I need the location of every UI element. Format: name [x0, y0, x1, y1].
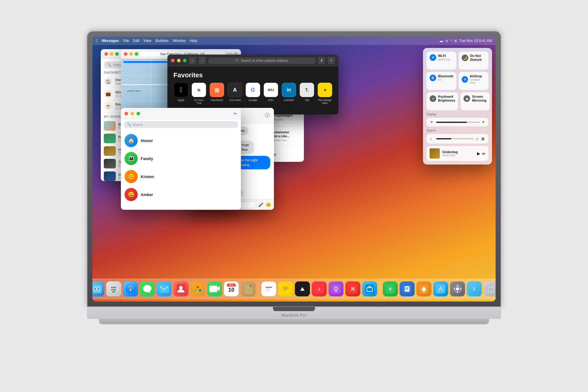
work-icon: 💼 — [104, 90, 112, 98]
bluetooth-title: Bluetooth — [438, 74, 453, 78]
svg-point-8 — [115, 287, 116, 288]
maximize-button[interactable] — [115, 52, 119, 56]
menu-view[interactable]: View — [144, 39, 152, 43]
fav-itsnice[interactable]: N It's Nice That — [191, 83, 206, 105]
fav-linkedin[interactable]: in LinkedIn — [281, 83, 296, 105]
msg-close[interactable] — [124, 112, 128, 115]
menu-help[interactable]: Help — [190, 39, 197, 43]
wifi-icon[interactable]: ⊜ — [446, 39, 448, 43]
home-info: Home! — [141, 138, 237, 143]
next-button[interactable]: ⏭ — [482, 152, 485, 155]
fav-acehotel[interactable]: A Ace Hotel — [227, 83, 242, 105]
dock-systempreferences[interactable] — [450, 281, 465, 296]
dock-news[interactable]: N — [345, 281, 360, 296]
dock-safari[interactable] — [123, 281, 138, 296]
safari-max[interactable] — [183, 59, 187, 62]
dock-notes[interactable] — [278, 281, 293, 296]
cc-keyboard-tile[interactable]: ☀ KeyboardBrightness — [427, 92, 458, 110]
dock-pages[interactable] — [400, 281, 415, 296]
safari-share[interactable]: ⬆ — [318, 57, 325, 64]
dock-messages[interactable] — [140, 281, 155, 296]
compose-icon[interactable]: ✏ — [234, 111, 237, 116]
album-art — [430, 148, 440, 159]
sound-slider[interactable]: ♪ ♫ ⊕ — [427, 134, 488, 144]
cc-dnd-tile[interactable]: 🌙 Do NotDisturb — [459, 52, 488, 70]
apple-menu-icon[interactable]:  — [96, 38, 98, 43]
screen:  Messages File Edit View Buddies Window… — [92, 37, 496, 301]
minimize-button[interactable] — [110, 52, 113, 56]
dock-launchpad[interactable] — [106, 281, 121, 296]
messages-search[interactable]: 🔍 Search — [124, 121, 238, 128]
dock-appstore[interactable]: A — [433, 281, 448, 296]
dock-trash[interactable] — [484, 281, 496, 296]
brightness-fill — [436, 122, 467, 123]
max-btn[interactable] — [135, 52, 138, 56]
svg-point-24 — [199, 289, 201, 292]
dock-facetime[interactable] — [207, 281, 222, 296]
close-btn[interactable] — [124, 52, 128, 56]
dock-screentime[interactable] — [362, 281, 377, 296]
dock-photos[interactable] — [190, 281, 205, 296]
contact-amber[interactable]: 😄 Amber — [121, 186, 241, 203]
contact-kristen[interactable]: 😊 Kristen — [121, 168, 241, 186]
fav-apple[interactable]:  Apple — [173, 83, 188, 105]
fav-tait[interactable]: T. Tait — [299, 83, 314, 105]
msg-max[interactable] — [136, 112, 140, 115]
dock-files[interactable] — [241, 281, 256, 296]
dock-calendar[interactable]: NOV 10 — [224, 281, 239, 296]
safari-min[interactable] — [177, 59, 181, 62]
volume-track — [436, 138, 474, 139]
play-button[interactable]: ▶ — [477, 151, 480, 156]
contact-home[interactable]: 🏠 Home! — [121, 132, 241, 150]
dock-contacts[interactable] — [173, 281, 188, 296]
svg-point-10 — [113, 289, 115, 291]
safari-back[interactable]: ‹ — [189, 57, 196, 64]
dock-music[interactable]: ♪ — [312, 281, 327, 296]
airplay-icon[interactable]: ⊕ — [481, 136, 485, 141]
safari-close[interactable] — [171, 59, 175, 62]
svg-text:#: # — [389, 287, 392, 292]
menu-edit[interactable]: Edit — [133, 39, 140, 43]
bluetooth-icon[interactable]: ⁶ — [451, 39, 452, 43]
safari-add-tab[interactable]: + — [328, 57, 335, 64]
brightness-low-icon: ☀ — [430, 120, 434, 124]
contact-neighborhood[interactable]: 🏘️ Neighborhood — [121, 203, 241, 205]
safari-address-bar[interactable]: 🔍 Search or enter website address — [208, 58, 316, 64]
macbook-label: MacBook Pro — [281, 313, 307, 317]
dock-keynote[interactable] — [416, 281, 431, 296]
info-button[interactable]: ⓘ — [265, 112, 270, 119]
emoji-icon[interactable]: 😊 — [266, 202, 271, 207]
fav-wsj[interactable]: WSJ WSJ — [263, 83, 278, 105]
msg-min[interactable] — [130, 112, 134, 115]
display-slider[interactable]: ☀ ☀ — [427, 118, 488, 126]
fav-google[interactable]: G Google — [245, 83, 260, 105]
min-btn[interactable] — [129, 52, 133, 56]
dock-reminders[interactable] — [261, 281, 276, 296]
dock-appletv[interactable] — [295, 281, 310, 296]
svg-rect-18 — [159, 285, 169, 293]
keyboard-title: KeyboardBrightness — [438, 95, 455, 102]
audio-icon[interactable]: 🎤 — [258, 202, 263, 207]
dock-finder[interactable] — [92, 281, 104, 296]
cc-bluetooth-tile[interactable]: B Bluetooth On — [427, 72, 456, 90]
control-center-icon[interactable]: ⊞ — [454, 39, 457, 43]
contact-family[interactable]: 👨‍👩‍👧 Family — [121, 150, 241, 168]
dock-siri[interactable]: S — [467, 281, 482, 296]
fav-linkedin-icon: in — [282, 83, 296, 97]
menu-file[interactable]: File — [123, 39, 129, 43]
safari-forward[interactable]: › — [199, 57, 206, 64]
cc-mirroring-tile[interactable]: ▣ ScreenMirroring — [460, 92, 489, 110]
dock-podcasts[interactable] — [328, 281, 344, 296]
menu-window[interactable]: Window — [173, 39, 186, 43]
fav-design-files[interactable]: ✦ The Design Files — [317, 83, 332, 105]
svg-rect-34 — [283, 290, 286, 290]
fav-patchwork[interactable]: ▦ Patchwork — [209, 83, 224, 105]
close-button[interactable] — [104, 52, 108, 56]
menu-buddies[interactable]: Buddies — [155, 39, 168, 43]
control-center: ⊕ Wi-Fi sys3ri.org 🌙 — [423, 48, 492, 165]
dock-mail[interactable] — [157, 281, 172, 296]
dock-numbers[interactable]: # — [383, 281, 398, 296]
cc-wifi-tile[interactable]: ⊕ Wi-Fi sys3ri.org — [427, 52, 456, 70]
cc-airdrop-tile[interactable]: ⊕ AirDrop Contacts Only — [459, 72, 488, 90]
svg-text:♪: ♪ — [318, 286, 321, 292]
